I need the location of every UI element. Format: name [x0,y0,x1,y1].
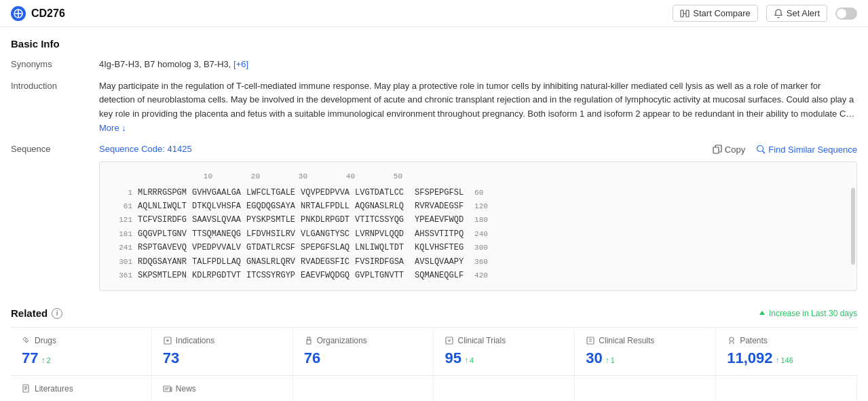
find-similar-button[interactable]: Find Similar Sequence [756,145,857,155]
copy-label: Copy [725,145,745,155]
seq-line-groups: RDQGSAYANRTALFPDLLAQGNASLRLQRVRVADEGSFIC… [138,255,409,269]
seq-group: AQLNLIWQLT [138,199,187,213]
stats-grid-row2: Literatures1,222News207↑13 [11,375,857,401]
stat-card-row2[interactable]: Literatures1,222 [11,376,152,401]
seq-group: PYSKPSMTLE [246,213,295,227]
seq-group: ITCSSYRGYP [246,269,295,282]
stat-value: 76 [304,349,320,366]
sequence-row: Sequence Sequence Code: 41425 Copy [11,142,857,291]
seq-group: TCFVSIRDFG [138,213,187,227]
sequence-line: 361SKPSMTLEPNKDLRPGDTVTITCSSYRGYPEAEVFWQ… [108,269,848,282]
ruler-marker: 50 [355,170,402,183]
seq-group: LWFCLTGALE [246,186,295,199]
literatures-icon [22,384,31,394]
find-similar-label: Find Similar Sequence [768,145,857,155]
seq-group: VLGANGTYSC [301,227,350,241]
sequence-lines: 1MLRRRGSPGMGVHVGAALGALWFCLTGALEVQVPEDPVV… [108,186,848,283]
seq-line-end: 180 [474,214,488,227]
stat-card-empty [716,376,857,401]
seq-group: LVGTDATLCC [355,186,404,199]
introduction-label: Introduction [11,79,99,91]
seq-group: SPEPGFSLAQ [301,241,350,254]
svg-rect-3 [681,10,683,17]
seq-group: RDQGSAYANR [138,255,187,269]
increase-label: Increase in Last 30 days [769,309,857,318]
sequence-line: 121TCFVSIRDFGSAAVSLQVAAPYSKPSMTLEPNKDLRP… [108,213,848,227]
drug-icon [22,336,31,345]
stat-label-text: Indications [176,336,214,345]
sequence-line: 1MLRRRGSPGMGVHVGAALGALWFCLTGALEVQVPEDPVV… [108,186,848,199]
related-title: Related i [11,307,62,319]
stat-value: 77 [22,349,38,366]
ruler-marker: 20 [212,170,260,183]
seq-line-end: 240 [474,228,488,241]
stat-increase-arrow: ↑ [464,356,468,365]
seq-group: FVSIRDFGSA [355,255,404,269]
bell-icon [774,9,783,18]
seq-line-end: 360 [474,256,488,269]
sequence-code-link[interactable]: Sequence Code: 41425 [99,142,192,156]
header-actions: Start Compare Set Alert [673,5,857,22]
seq-line-end: 420 [474,269,488,282]
seq-line-groups: SKPSMTLEPNKDLRPGDTVTITCSSYRGYPEAEVFWQDGQ… [138,269,409,282]
seq-group: NRTALFPDLL [301,199,350,213]
stat-value-row: 73 [163,349,282,367]
seq-line-end: 300 [474,242,488,254]
synonyms-more-link[interactable]: [+6] [233,59,248,69]
stat-increase-value: 146 [780,356,793,364]
svg-rect-6 [713,147,719,153]
stat-card[interactable]: Drugs77↑2 [11,328,152,375]
svg-rect-15 [587,337,594,344]
seq-line-start: 241 [108,242,132,254]
stat-card[interactable]: Indications73 [152,328,293,375]
seq-group: TTSQMANEQG [192,227,241,241]
toggle-switch[interactable] [835,7,857,20]
seq-group: LNLIWQLTDT [355,241,404,254]
set-alert-button[interactable]: Set Alert [766,5,827,22]
stat-card-row2[interactable]: News207↑13 [152,376,293,401]
stat-card-empty [293,376,434,401]
seq-line-end: 120 [474,200,488,213]
seq-line-groups: RSPTGAVEVQVPEDPVVALVGTDATLRCSFSPEPGFSLAQ… [138,241,409,254]
stat-label-text: News [176,384,196,394]
seq-group: DTKQLVHSFA [192,199,241,213]
stat-card[interactable]: Organizations76 [293,328,434,375]
stat-value-row: 77↑2 [22,349,140,367]
start-compare-button[interactable]: Start Compare [673,5,758,22]
copy-button[interactable]: Copy [713,145,745,155]
seq-group: VPEDPVVALV [192,241,241,254]
seq-group: KDLRPGDTVT [192,269,241,282]
stat-value-row: 76 [304,349,423,367]
header-left: CD276 [11,6,65,21]
seq-line-extra: SFSPEPGFSL [415,186,464,199]
sequence-header: Sequence Code: 41425 Copy [99,142,857,156]
basic-info-section-title: Basic Info [11,38,857,50]
stat-card[interactable]: Clinical Trials95↑4 [434,328,575,375]
related-info-icon[interactable]: i [52,308,62,319]
stat-value-row: 1,222 [22,398,140,401]
patents-icon [727,336,736,345]
introduction-text: May participate in the regulation of T-c… [99,79,857,121]
stat-card[interactable]: Patents11,092↑146 [716,328,857,375]
seq-group: VQVPEDPVVA [301,186,350,199]
sequence-actions: Copy Find Similar Sequence [713,145,857,155]
seq-line-groups: MLRRRGSPGMGVHVGAALGALWFCLTGALEVQVPEDPVVA… [138,186,409,199]
sequence-scrollbar[interactable] [851,188,855,265]
stats-grid-row1: Drugs77↑2Indications73Organizations76Cli… [11,327,857,375]
seq-group: MLRRRGSPGM [138,186,187,199]
seq-line-extra: AVSLQVAAPY [415,255,464,269]
synonyms-label: Synonyms [11,58,99,69]
page-title: CD276 [31,7,65,20]
stat-card-empty [434,376,575,401]
seq-group: PNKDLRPGDT [301,213,350,227]
stat-card[interactable]: Clinical Results30↑1 [575,328,716,375]
stat-label-text: Clinical Results [599,336,654,345]
seq-line-extra: AHSSVTITPQ [415,227,464,241]
stat-card-label: News [163,384,282,394]
more-link[interactable]: More ↓ [99,123,126,133]
sequence-box[interactable]: 1020304050 1MLRRRGSPGMGVHVGAALGALWFCLTGA… [99,161,857,291]
svg-rect-24 [170,387,172,392]
stat-increase-arrow: ↑ [41,356,45,365]
sequence-value: Sequence Code: 41425 Copy [99,142,857,291]
stat-value: 11,092 [727,349,772,366]
